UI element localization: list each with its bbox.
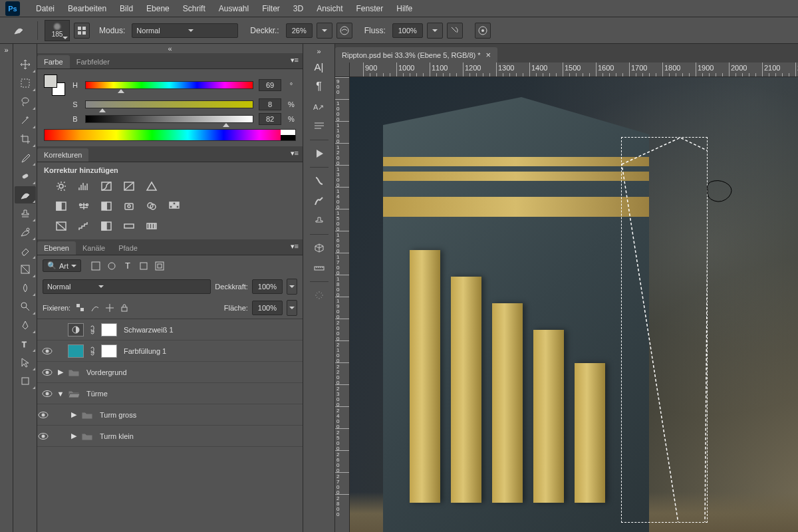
layer-opacity-dd[interactable] <box>287 279 297 295</box>
levels-icon[interactable] <box>76 180 92 193</box>
color-panel-menu[interactable]: ▾≡ <box>291 56 299 65</box>
loading-icon[interactable] <box>309 286 329 305</box>
current-tool-icon[interactable] <box>8 21 29 39</box>
brush-panel-toggle[interactable] <box>74 23 90 39</box>
ruler-origin[interactable] <box>335 63 350 77</box>
link-icon[interactable] <box>88 346 97 356</box>
bw-icon[interactable] <box>98 200 114 213</box>
menu-auswahl[interactable]: Auswahl <box>212 4 255 13</box>
color-lookup-icon[interactable] <box>166 200 182 213</box>
adjust-thumb[interactable] <box>68 323 84 336</box>
layer-schwarzweiss[interactable]: Schwarzweiß 1 <box>37 319 303 340</box>
hue-sat-icon[interactable] <box>53 200 69 213</box>
panel-collapse[interactable]: « <box>37 44 303 53</box>
layer-tuerme[interactable]: ▼ Türme <box>37 383 303 404</box>
eraser-tool[interactable] <box>15 242 36 259</box>
hue-input[interactable]: 69 <box>259 79 281 91</box>
posterize-icon[interactable] <box>76 219 92 233</box>
threshold-icon[interactable] <box>98 219 114 233</box>
fill-input[interactable]: 100% <box>252 301 283 315</box>
move-tool[interactable] <box>15 56 36 73</box>
history-brush-tool[interactable] <box>15 223 36 241</box>
tab-kanaele[interactable]: Kanäle <box>76 241 112 255</box>
exposure-icon[interactable] <box>121 180 137 193</box>
curves-icon[interactable] <box>98 180 114 193</box>
brightness-icon[interactable] <box>53 180 69 193</box>
bri-input[interactable]: 82 <box>259 113 281 125</box>
vertical-ruler[interactable]: 9001000110012001300140015001600170018001… <box>335 77 350 532</box>
menu-bild[interactable]: Bild <box>113 4 140 13</box>
layers-panel-menu[interactable]: ▾≡ <box>291 242 299 251</box>
vibrance-icon[interactable] <box>144 180 160 193</box>
blur-tool[interactable] <box>15 279 36 297</box>
menu-schrift[interactable]: Schrift <box>176 4 212 13</box>
document-tab[interactable]: Rippton.psd bei 33.3% (Ebene 5, RGB/8) *… <box>335 47 497 63</box>
measure-icon[interactable] <box>309 259 329 277</box>
lasso-tool[interactable] <box>15 93 36 110</box>
layer-farbfuellung[interactable]: Farbfüllung 1 <box>37 340 303 362</box>
paragraph-panel-icon[interactable]: ¶ <box>309 77 329 96</box>
character-panel-icon[interactable]: A| <box>309 57 329 76</box>
pressure-opacity-icon[interactable] <box>336 23 352 39</box>
healing-tool[interactable] <box>15 168 36 185</box>
canvas-viewport[interactable] <box>350 77 798 532</box>
brushes-icon[interactable] <box>309 192 329 210</box>
airbrush-icon[interactable] <box>447 23 463 39</box>
menu-3d[interactable]: 3D <box>287 4 310 13</box>
opacity-input[interactable]: 26% <box>286 23 313 38</box>
layer-blend-mode[interactable]: Normal <box>43 279 211 294</box>
path-select-tool[interactable] <box>15 354 36 371</box>
panel-expand-left[interactable]: » <box>0 45 13 55</box>
menu-fenster[interactable]: Fenster <box>350 4 390 13</box>
clone-source-icon[interactable] <box>309 211 329 230</box>
lock-position-icon[interactable] <box>104 303 116 313</box>
layer-turm-klein[interactable]: ▶ Turm klein <box>37 426 303 447</box>
crop-tool[interactable] <box>15 130 36 148</box>
brush-tool[interactable] <box>15 186 36 203</box>
photo-filter-icon[interactable] <box>121 200 137 213</box>
layer-vordergrund[interactable]: ▶ Vordergrund <box>37 362 303 383</box>
pressure-size-icon[interactable] <box>475 23 491 39</box>
sat-input[interactable]: 8 <box>259 98 281 110</box>
visibility-toggle[interactable] <box>37 430 49 442</box>
folder-disclosure[interactable]: ▶ <box>70 432 77 440</box>
filter-pixel-icon[interactable] <box>89 260 102 272</box>
opacity-slider-btn[interactable] <box>317 23 332 39</box>
tab-pfade[interactable]: Pfade <box>112 241 144 255</box>
hue-slider[interactable] <box>85 81 253 89</box>
sat-slider[interactable] <box>85 100 253 108</box>
lock-all-icon[interactable] <box>118 303 130 313</box>
pen-tool[interactable] <box>15 317 36 334</box>
color-spectrum[interactable] <box>44 129 296 141</box>
visibility-toggle[interactable] <box>37 409 49 421</box>
actions-panel-icon[interactable] <box>309 144 329 163</box>
menu-filter[interactable]: Filter <box>255 4 287 13</box>
marquee-tool[interactable] <box>15 74 36 92</box>
tab-farbfelder[interactable]: Farbfelder <box>70 55 116 68</box>
para-styles-icon[interactable] <box>309 117 329 136</box>
3d-panel-icon[interactable] <box>309 239 329 257</box>
type-tool[interactable]: T <box>15 335 36 352</box>
eyedropper-tool[interactable] <box>15 149 36 166</box>
adjust-panel-menu[interactable]: ▾≡ <box>291 149 299 158</box>
magic-wand-tool[interactable] <box>15 112 36 129</box>
rectangle-tool[interactable] <box>15 372 36 390</box>
char-styles-icon[interactable]: A↗ <box>309 97 329 116</box>
lock-paint-icon[interactable] <box>89 303 101 313</box>
visibility-toggle[interactable] <box>41 345 53 357</box>
tab-farbe[interactable]: Farbe <box>37 55 70 68</box>
filter-smart-icon[interactable] <box>153 260 166 272</box>
foreground-background-swatch[interactable] <box>44 74 65 96</box>
mask-thumb[interactable] <box>101 323 117 336</box>
fill-dd[interactable] <box>287 300 297 316</box>
strip-expand[interactable]: » <box>303 47 334 56</box>
color-balance-icon[interactable] <box>76 200 92 213</box>
menu-bearbeiten[interactable]: Bearbeiten <box>61 4 113 13</box>
layer-opacity-input[interactable]: 100% <box>252 279 283 294</box>
folder-disclosure[interactable]: ▶ <box>57 368 64 376</box>
mask-thumb[interactable] <box>101 344 117 358</box>
gradient-map-icon[interactable] <box>121 219 137 233</box>
tab-ebenen[interactable]: Ebenen <box>37 241 76 255</box>
bri-slider[interactable] <box>85 115 253 123</box>
flow-input[interactable]: 100% <box>392 23 423 38</box>
